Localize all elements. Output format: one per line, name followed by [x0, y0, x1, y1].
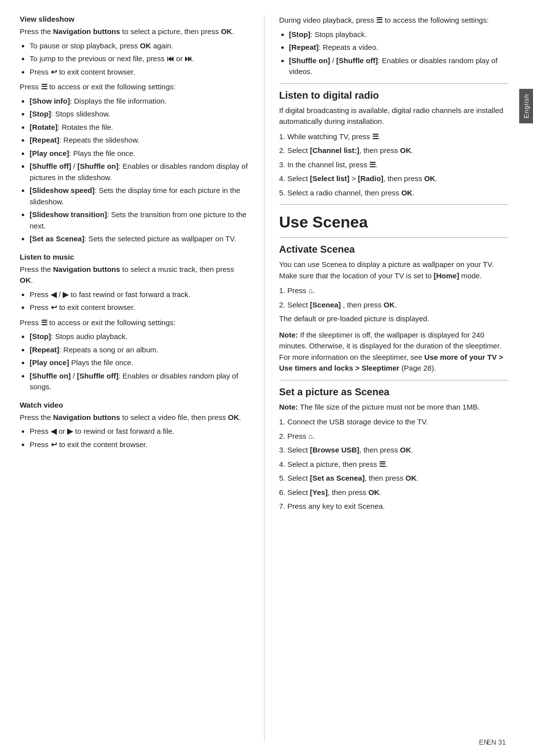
- view-slideshow-bullets: To pause or stop playback, press OK agai…: [30, 40, 249, 78]
- list-item: [Repeat]: Repeats a song or an album.: [30, 344, 249, 356]
- list-item: [Shuffle off] / [Shuffle on]: Enables or…: [30, 161, 249, 183]
- list-item: Press ◀ / ▶ to fast rewind or fast forwa…: [30, 289, 249, 301]
- step: 1. Connect the USB storage device to the…: [279, 416, 509, 428]
- view-slideshow-press-options: Press ☰ to access or exit the following …: [20, 81, 249, 93]
- step: 3. Select [Browse USB], then press OK.: [279, 445, 509, 456]
- watch-video-bullets: Press ◀ or ▶ to rewind or fast forward a…: [30, 426, 249, 450]
- list-item: [Play once]: Plays the file once.: [30, 148, 249, 159]
- step: 5. Select [Set as Scenea], then press OK…: [279, 473, 509, 484]
- digital-radio-section: Listen to digital radio If digital broad…: [279, 90, 509, 199]
- step: 1. While watching TV, press ☰.: [279, 131, 509, 143]
- listen-music-settings: [Stop]: Stops audio playback. [Repeat]: …: [30, 331, 249, 393]
- video-playback-settings: [Stop]: Stops playback. [Repeat]: Repeat…: [289, 29, 509, 77]
- list-item: [Repeat]: Repeats a video.: [289, 42, 509, 53]
- listen-music-intro: Press the Navigation buttons to select a…: [20, 264, 249, 286]
- list-item: [Show info]: Displays the file informati…: [30, 96, 249, 107]
- set-picture-scenea-steps: 1. Connect the USB storage device to the…: [279, 416, 509, 512]
- view-slideshow-intro: Press the Navigation buttons to select a…: [20, 26, 249, 38]
- listen-music-bullets: Press ◀ / ▶ to fast rewind or fast forwa…: [30, 289, 249, 313]
- side-tab-label: English: [523, 94, 530, 118]
- list-item: [Stop]: Stops playback.: [289, 29, 509, 40]
- step: 3. In the channel list, press ☰.: [279, 159, 509, 171]
- activate-scenea-note: Note: If the sleeptimer is off, the wall…: [279, 330, 509, 374]
- page: English View slideshow Press the Navigat…: [0, 0, 533, 756]
- step: 4. Select a picture, then press ☰.: [279, 459, 509, 470]
- list-item: [Play once] Plays the file once.: [30, 357, 249, 369]
- left-column: View slideshow Press the Navigation butt…: [20, 15, 265, 741]
- content-area: View slideshow Press the Navigation butt…: [0, 0, 533, 756]
- digital-radio-intro: If digital broadcasting is available, di…: [279, 105, 509, 127]
- step: 1. Press ⌂.: [279, 285, 509, 297]
- list-item: To jump to the previous or next file, pr…: [30, 53, 249, 65]
- list-item: [Rotate]: Rotates the file.: [30, 122, 249, 133]
- divider-4: [279, 380, 509, 380]
- side-tab: English: [519, 89, 533, 123]
- list-item: To pause or stop playback, press OK agai…: [30, 40, 249, 52]
- set-picture-scenea-section: Set a picture as Scenea Note: The file s…: [279, 386, 509, 512]
- list-item: Press ◀ or ▶ to rewind or fast forward a…: [30, 426, 249, 437]
- list-item: [Repeat]: Repeats the slideshow.: [30, 135, 249, 146]
- listen-music-press-options: Press ☰ to access or exit the following …: [20, 317, 249, 329]
- activate-scenea-steps: 1. Press ⌂. 2. Select [Scenea] , then pr…: [279, 285, 509, 325]
- set-picture-scenea-note: Note: The file size of the picture must …: [279, 402, 509, 413]
- digital-radio-steps: 1. While watching TV, press ☰. 2. Select…: [279, 131, 509, 199]
- watch-video-title: Watch video: [20, 401, 249, 409]
- watch-video-section: Watch video Press the Navigation buttons…: [20, 401, 249, 451]
- right-column: During video playback, press ☰ to access…: [265, 15, 509, 741]
- step: 2. Select [Channel list:], then press OK…: [279, 145, 509, 156]
- page-number: EN 31: [487, 738, 506, 746]
- activate-scenea-section: Activate Scenea You can use Scenea to di…: [279, 244, 509, 374]
- step: 2. Select [Scenea] , then press OK.: [279, 300, 509, 311]
- listen-music-title: Listen to music: [20, 253, 249, 261]
- list-item: [Stop]: Stops slideshow.: [30, 109, 249, 120]
- use-scenea-heading: Use Scenea: [279, 213, 509, 231]
- step: 7. Press any key to exit Scenea.: [279, 501, 509, 512]
- step: 4. Select [Select list] > [Radio], then …: [279, 173, 509, 185]
- list-item: [Slideshow transition]: Sets the transit…: [30, 209, 249, 231]
- list-item: [Shuffle on] / [Shuffle off]: Enables or…: [289, 55, 509, 77]
- view-slideshow-section: View slideshow Press the Navigation butt…: [20, 15, 249, 245]
- list-item: Press ↩ to exit content browser.: [30, 302, 249, 313]
- digital-radio-title: Listen to digital radio: [279, 90, 509, 101]
- list-item: Press ↩ to exit content browser.: [30, 67, 249, 78]
- activate-scenea-intro: You can use Scenea to display a picture …: [279, 259, 509, 281]
- view-slideshow-settings: [Show info]: Displays the file informati…: [30, 96, 249, 245]
- listen-music-section: Listen to music Press the Navigation but…: [20, 253, 249, 393]
- step: 2. Press ⌂.: [279, 431, 509, 442]
- divider-1: [279, 83, 509, 84]
- list-item: [Shuffle on] / [Shuffle off]: Enables or…: [30, 371, 249, 393]
- activate-scenea-title: Activate Scenea: [279, 244, 509, 255]
- set-picture-scenea-title: Set a picture as Scenea: [279, 386, 509, 398]
- step: 6. Select [Yes], then press OK.: [279, 487, 509, 498]
- list-item: Press ↩ to exit the content browser.: [30, 439, 249, 451]
- step: The default or pre-loaded picture is dis…: [279, 313, 509, 325]
- view-slideshow-title: View slideshow: [20, 15, 249, 23]
- video-playback-section: During video playback, press ☰ to access…: [279, 15, 509, 77]
- step: 5. Select a radio channel, then press OK…: [279, 188, 509, 199]
- divider-3: [279, 237, 509, 238]
- list-item: [Set as Scenea]: Sets the selected pictu…: [30, 233, 249, 245]
- watch-video-intro: Press the Navigation buttons to select a…: [20, 412, 249, 423]
- video-playback-intro: During video playback, press ☰ to access…: [279, 15, 509, 26]
- divider-2: [279, 204, 509, 205]
- list-item: [Slideshow speed]: Sets the display time…: [30, 185, 249, 207]
- list-item: [Stop]: Stops audio playback.: [30, 331, 249, 342]
